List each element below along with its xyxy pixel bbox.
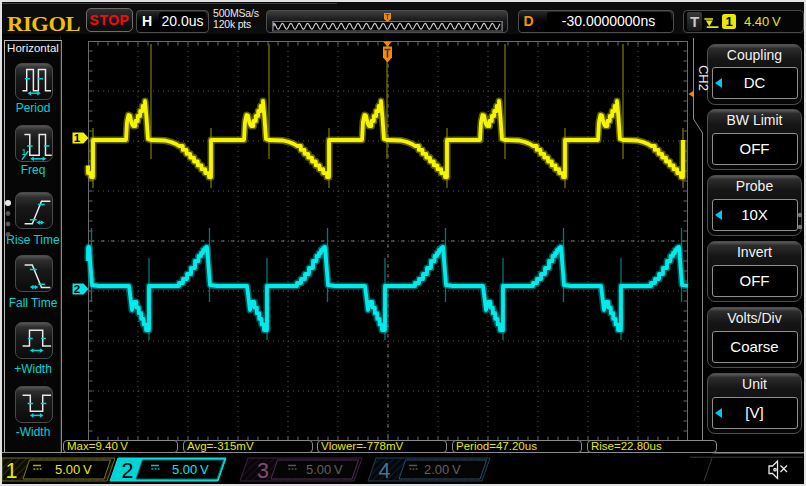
svg-text:5.00 V: 5.00 V <box>172 462 209 477</box>
svg-text:2: 2 <box>122 459 134 483</box>
svg-text:CH2: CH2 <box>696 65 711 91</box>
svg-text:2: 2 <box>74 283 80 295</box>
svg-text:2.00 V: 2.00 V <box>424 462 461 477</box>
svg-text:3: 3 <box>257 459 269 483</box>
svg-text:5.00 V: 5.00 V <box>306 462 343 477</box>
svg-text:1: 1 <box>74 132 81 144</box>
svg-text:1: 1 <box>6 459 18 483</box>
svg-text:4: 4 <box>379 459 391 483</box>
svg-text:5.00 V: 5.00 V <box>55 462 92 477</box>
